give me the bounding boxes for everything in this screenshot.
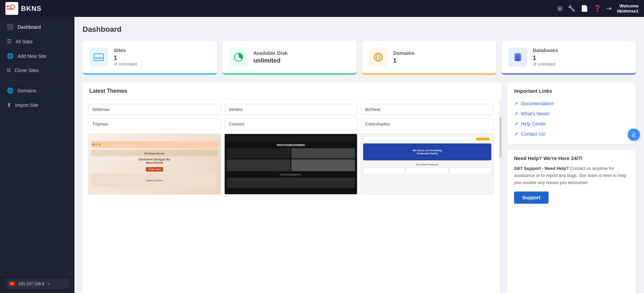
photo-about-img (227, 178, 355, 188)
sidebar-bottom: 🇻🇳 103.187.168.8 ✕ (0, 274, 74, 293)
sidebar-item-label-add-new-site: Add New Site (18, 53, 46, 59)
flag-icon: 🇻🇳 (9, 280, 16, 287)
help-title: Need Help? We're Here 24/7! (514, 155, 629, 161)
database-icon (512, 52, 523, 63)
logout-icon[interactable]: ⇥ (606, 5, 612, 12)
page-title: Dashboard (83, 25, 636, 34)
ip-badge: 🇻🇳 103.187.168.8 ✕ (5, 278, 69, 289)
theme-name-strides[interactable]: Strides (224, 104, 357, 115)
link-documentation[interactable]: ↗ Documentation! (514, 98, 629, 109)
photo-cell-3 (227, 159, 290, 171)
www-icon: www (93, 52, 104, 63)
sites-sub: of Unlimited (114, 62, 137, 67)
dot-green (98, 143, 101, 145)
florist-headline: Exclusive Designs ByBest Florist (139, 158, 170, 164)
link-contact-us[interactable]: ↗ Contact Us! (514, 129, 629, 139)
link-label-contact-us: Contact Us! (521, 131, 546, 137)
ip-address: 103.187.168.8 (18, 281, 44, 286)
theme-preview-photographer[interactable]: PHOTOGRAPHERS PHOTOGRAPHY (224, 134, 357, 195)
sidebar-item-add-new-site[interactable]: 🌐 Add New Site (0, 49, 74, 63)
themes-body: Webmax Strides BizNest Tripowa (83, 100, 502, 293)
disk-value: unlimited (253, 57, 288, 64)
help-icon[interactable]: ❓ (594, 5, 601, 12)
header-actions: ⊞ 🔧 📄 ❓ ⇥ Welcome bkidvnse1 (557, 3, 639, 14)
link-whats-news[interactable]: ↗ What's News! (514, 109, 629, 119)
qr-icon[interactable]: ⊞ (557, 5, 562, 12)
sidebar-item-label-clone-sites: Clone Sites (15, 68, 39, 73)
sites-label: Sites (114, 47, 137, 53)
import-icon: ⬆ (7, 102, 11, 108)
sites-info: Sites 1 of Unlimited (114, 47, 137, 67)
theme-name-webmax[interactable]: Webmax (88, 104, 221, 115)
sites-icon-wrap: www (89, 48, 108, 67)
clone-icon: ⧉ (7, 67, 10, 73)
theme-preview-florist[interactable]: Birthday Bouqs Exclusive Designs ByBest … (88, 134, 221, 195)
sidebar-item-all-sites[interactable]: ☰ All Sites (0, 34, 74, 49)
theme-names-grid: Webmax Strides BizNest Tripowa (88, 104, 494, 130)
theme-name-colorshades[interactable]: Colorshades (361, 118, 494, 130)
florist-cta[interactable]: Order Now (146, 167, 163, 172)
dashboard-icon: ⬛ (7, 24, 14, 30)
sidebar-item-dashboard[interactable]: ⬛ Dashboard (0, 20, 74, 34)
sidebar-item-domains[interactable]: 🌐 Domains (0, 83, 74, 98)
link-external-icon-4: ↗ (514, 131, 518, 137)
theme-preview-financial[interactable]: We focus on ProvidingFinancial Clarity O… (361, 134, 494, 195)
sidebar: ⬛ Dashboard ☰ All Sites 🌐 Add New Site ⧉… (0, 17, 74, 293)
disk-info: Available Disk unlimited (253, 50, 288, 64)
main-content: Dashboard www Sites 1 of Unlimited (74, 17, 644, 293)
document-icon[interactable]: 📄 (581, 5, 588, 12)
florist-gallery-text: Gallery Of Work (146, 179, 163, 182)
dot-red (92, 143, 94, 145)
disk-label: Available Disk (253, 50, 288, 56)
important-links-title: Important Links (514, 88, 629, 94)
photo-about: PHOTOGRAPHY (280, 173, 301, 176)
wrench-icon[interactable]: 🔧 (568, 5, 575, 12)
financial-nav-btn (476, 138, 490, 140)
svg-point-16 (514, 59, 521, 61)
florist-header-bar (91, 141, 218, 148)
help-label: 24/7 Support - Need Help? (514, 166, 569, 171)
databases-sub: of unlimited (533, 62, 558, 67)
stat-card-sites: www Sites 1 of Unlimited (83, 41, 217, 74)
photo-grid (227, 148, 355, 171)
welcome-block: Welcome bkidvnse1 (617, 3, 639, 14)
app-header: BH DATA BKNS ⊞ 🔧 📄 ❓ ⇥ Welcome bkidvnse1 (0, 0, 644, 17)
link-help-center[interactable]: ↗ Help Center (514, 119, 629, 129)
sidebar-item-clone-sites[interactable]: ⧉ Clone Sites (0, 63, 74, 77)
support-button[interactable]: Support (514, 191, 549, 204)
theme-name-tripowa[interactable]: Tripowa (88, 118, 221, 130)
theme-name-concert[interactable]: Concert (224, 118, 357, 130)
florist-preview-img: Birthday Bouqs Exclusive Designs ByBest … (88, 134, 221, 194)
sidebar-item-label-import-site: Import Site (15, 103, 38, 108)
domains-value: 1 (393, 57, 415, 64)
photo-cell-4 (291, 159, 355, 171)
theme-name-biznest[interactable]: BizNest (361, 104, 494, 115)
financial-features-row (363, 167, 491, 174)
domains-icon: 🌐 (7, 87, 14, 94)
svg-text:www: www (95, 56, 103, 60)
sidebar-item-import-site[interactable]: ⬆ Import Site (0, 98, 74, 112)
link-external-icon-1: ↗ (514, 101, 518, 106)
photo-preview-img: PHOTOGRAPHERS PHOTOGRAPHY (225, 134, 357, 194)
feat-box-3 (449, 167, 491, 174)
link-label-help-center: Help Center (521, 121, 546, 127)
sidebar-item-label-domains: Domains (18, 88, 36, 93)
themes-scrollbar[interactable] (499, 100, 502, 293)
databases-info: Databases 1 of unlimited (533, 47, 558, 67)
logo-icon: BH DATA (5, 2, 18, 15)
important-links-card: Important Links ↗ Documentation! ↗ What'… (507, 83, 636, 144)
right-panel: Important Links ↗ Documentation! ↗ What'… (507, 83, 636, 293)
logo: BH DATA BKNS (5, 2, 42, 15)
main-layout: ⬛ Dashboard ☰ All Sites 🌐 Add New Site ⧉… (0, 17, 644, 293)
feat-box-2 (406, 167, 448, 174)
link-label-documentation: Documentation! (521, 101, 554, 106)
close-ip-button[interactable]: ✕ (47, 281, 50, 286)
lower-layout: Latest Themes Webmax Strides (83, 83, 636, 293)
themes-header: Latest Themes (83, 83, 502, 100)
photo-cell-1 (227, 148, 290, 158)
domains-label: Domains (393, 50, 415, 56)
theme-previews-grid: Birthday Bouqs Exclusive Designs ByBest … (88, 134, 494, 195)
themes-list[interactable]: Webmax Strides BizNest Tripowa (83, 100, 499, 293)
floating-droplet[interactable]: 💧 (628, 129, 640, 141)
username: bkidvnse1 (617, 8, 639, 14)
